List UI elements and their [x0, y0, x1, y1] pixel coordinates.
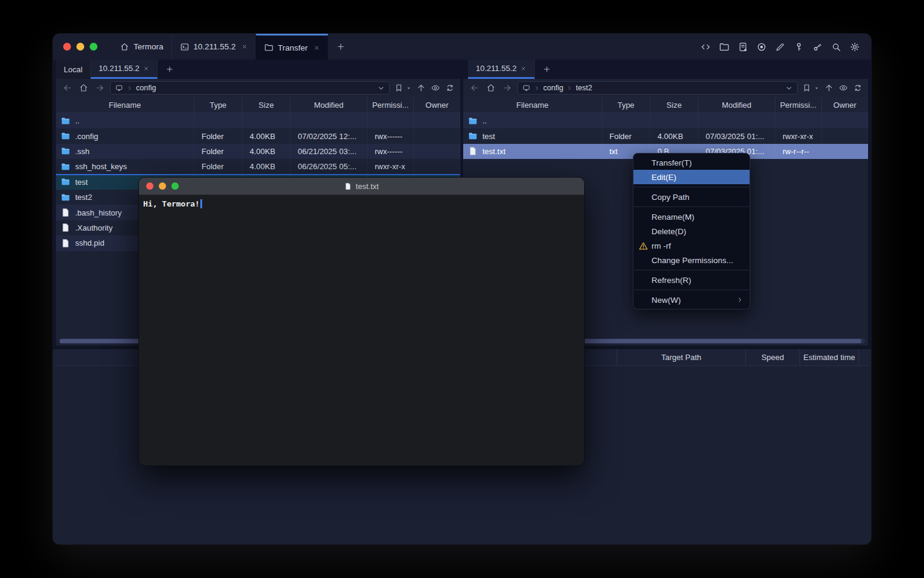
- editor-content[interactable]: Hi, Termora!: [139, 195, 584, 465]
- bookmark-icon[interactable]: [802, 83, 812, 93]
- type-cell: Folder: [194, 128, 242, 143]
- home-button[interactable]: [78, 82, 90, 94]
- permissions-cell: [775, 113, 822, 128]
- close-icon[interactable]: [143, 66, 149, 72]
- show-hidden-eye-icon[interactable]: [431, 83, 440, 93]
- transfer-column-speed[interactable]: Speed: [746, 349, 800, 365]
- key-icon[interactable]: [793, 41, 805, 53]
- editor-titlebar[interactable]: test.txt: [139, 178, 584, 195]
- file-row[interactable]: ..: [56, 113, 460, 128]
- menu-item-transfer-t[interactable]: Transfer(T): [633, 155, 750, 170]
- size-cell: 4.00KB: [242, 159, 291, 174]
- path-field[interactable]: config: [110, 81, 390, 95]
- close-icon[interactable]: [241, 43, 248, 50]
- tab-termora[interactable]: Termora: [112, 34, 171, 60]
- up-directory-icon[interactable]: [824, 83, 834, 93]
- menu-item-delete-d[interactable]: Delete(D): [633, 224, 750, 238]
- minimize-window-button[interactable]: [159, 182, 166, 190]
- pencil-icon[interactable]: [774, 41, 786, 53]
- column-header-type[interactable]: Type: [194, 97, 242, 113]
- new-panel-tab-button[interactable]: [158, 60, 182, 79]
- size-cell: [650, 113, 698, 128]
- code-icon[interactable]: [700, 41, 712, 53]
- close-window-button[interactable]: [146, 182, 153, 190]
- chevron-down-icon[interactable]: [377, 84, 385, 92]
- column-header-filename[interactable]: Filename: [463, 97, 602, 113]
- file-icon: [61, 223, 70, 232]
- editor-window: test.txt Hi, Termora!: [139, 178, 584, 465]
- column-header-owner[interactable]: Owner: [414, 97, 460, 113]
- menu-item-edit-e[interactable]: Edit(E): [633, 170, 750, 184]
- editor-traffic-lights: [139, 182, 179, 190]
- tab-transfer[interactable]: Transfer: [256, 34, 328, 60]
- column-header-size[interactable]: Size: [242, 97, 291, 113]
- close-icon[interactable]: [313, 45, 320, 51]
- file-row[interactable]: testFolder4.00KB07/03/2025 01:...rwxr-xr…: [463, 128, 868, 143]
- caret-down-icon[interactable]: [406, 85, 411, 91]
- editor-title: test.txt: [139, 182, 584, 191]
- forward-button[interactable]: [94, 82, 106, 94]
- document-icon: [344, 182, 352, 190]
- panel-tab-10-211-55-2[interactable]: 10.211.55.2: [91, 60, 158, 79]
- owner-cell: [414, 113, 460, 128]
- type-cell: [602, 113, 650, 128]
- record-icon[interactable]: [756, 41, 768, 53]
- file-row[interactable]: ..: [463, 113, 868, 128]
- log-icon[interactable]: [737, 41, 749, 53]
- column-header-modified[interactable]: Modified: [698, 97, 775, 113]
- transfer-column-target-path[interactable]: Target Path: [617, 349, 746, 365]
- column-header-filename[interactable]: Filename: [56, 97, 194, 113]
- column-header-size[interactable]: Size: [650, 97, 698, 113]
- plus-icon: [165, 65, 174, 73]
- file-row[interactable]: .sshFolder4.00KB06/21/2025 03:...rwx----…: [56, 144, 460, 159]
- zoom-window-button[interactable]: [90, 43, 97, 51]
- back-button[interactable]: [61, 82, 73, 94]
- tab-10-211-55-2[interactable]: 10.211.55.2: [171, 34, 256, 60]
- back-button[interactable]: [469, 82, 481, 94]
- chevron-down-icon[interactable]: [785, 84, 793, 92]
- panel-tab-10-211-55-2[interactable]: 10.211.55.2: [468, 60, 535, 79]
- caret-down-icon[interactable]: [814, 85, 819, 91]
- folder-icon[interactable]: [718, 41, 730, 53]
- close-icon[interactable]: [520, 66, 526, 72]
- menu-item-refresh-r[interactable]: Refresh(R): [633, 273, 750, 287]
- warning-icon: [638, 241, 648, 251]
- file-row[interactable]: ssh_host_keysFolder4.00KB06/26/2025 05:.…: [56, 159, 460, 174]
- home-button[interactable]: [485, 82, 497, 94]
- column-header-permissi[interactable]: Permissi...: [368, 97, 414, 113]
- search-icon[interactable]: [830, 41, 842, 53]
- refresh-icon[interactable]: [445, 83, 455, 93]
- menu-item-label: rm -rf: [651, 241, 671, 250]
- forward-button[interactable]: [501, 82, 513, 94]
- menu-item-new-w[interactable]: New(W): [633, 293, 750, 307]
- close-window-button[interactable]: [63, 43, 71, 51]
- new-tab-button[interactable]: [328, 42, 354, 51]
- minimize-window-button[interactable]: [76, 43, 84, 51]
- keychain-icon[interactable]: [812, 41, 824, 53]
- chevron-right-icon: [534, 85, 540, 92]
- panel-tools: [802, 83, 863, 93]
- column-header-modified[interactable]: Modified: [291, 97, 368, 113]
- owner-cell: [414, 128, 460, 143]
- menu-item-rename-m[interactable]: Rename(M): [633, 210, 750, 224]
- new-panel-tab-button[interactable]: [535, 60, 559, 79]
- right-panel-tabs: 10.211.55.2: [463, 60, 868, 79]
- column-header-permissi[interactable]: Permissi...: [775, 97, 822, 113]
- menu-item-change-permissions[interactable]: Change Permissions...: [633, 253, 750, 267]
- bookmark-icon[interactable]: [394, 83, 404, 93]
- show-hidden-eye-icon[interactable]: [839, 83, 848, 93]
- column-header-type[interactable]: Type: [602, 97, 650, 113]
- path-segment: config: [543, 84, 563, 92]
- column-header-owner[interactable]: Owner: [822, 97, 868, 113]
- refresh-icon[interactable]: [853, 83, 863, 93]
- zoom-window-button[interactable]: [171, 182, 179, 190]
- left-panel-tabs: Local10.211.55.2: [56, 60, 460, 79]
- panel-tab-local[interactable]: Local: [56, 60, 91, 79]
- menu-item-copy-path[interactable]: Copy Path: [633, 190, 750, 204]
- file-row[interactable]: .configFolder4.00KB07/02/2025 12:...rwx-…: [56, 128, 460, 143]
- transfer-column-estimated-time[interactable]: Estimated time: [800, 349, 859, 365]
- menu-item-rm-rf[interactable]: rm -rf: [633, 238, 750, 253]
- settings-icon[interactable]: [849, 41, 861, 53]
- path-field[interactable]: configtest2: [517, 81, 798, 95]
- up-directory-icon[interactable]: [416, 83, 426, 93]
